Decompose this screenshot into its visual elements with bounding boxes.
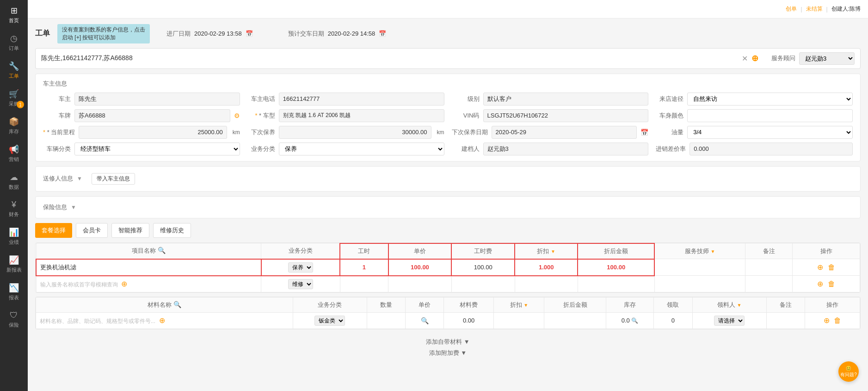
picker-sort-icon[interactable]: ▼ bbox=[737, 303, 742, 308]
sidebar-item-finance[interactable]: ¥ 财务 bbox=[0, 194, 28, 222]
material-name-search-icon[interactable]: 🔍 bbox=[173, 301, 181, 308]
sidebar-item-workorder[interactable]: 🔧 工单 bbox=[0, 56, 28, 83]
material-row1-delete-icon[interactable]: 🗑 bbox=[834, 317, 841, 324]
performance-icon: 📊 bbox=[9, 227, 19, 237]
service-row1-business-select[interactable]: 保养 bbox=[288, 262, 313, 273]
material-unit-price-search-icon[interactable]: 🔍 bbox=[421, 317, 429, 324]
technician-sort-icon[interactable]: ▼ bbox=[711, 249, 715, 254]
plate-gear-icon[interactable]: ⚙ bbox=[234, 112, 240, 119]
service-table: 项目名称 🔍 业务分类 工时 单价 工时费 折扣 ▼ 折后金额 bbox=[36, 243, 860, 292]
color-field: 车身颜色 bbox=[656, 109, 853, 122]
next-service-date-calendar-icon[interactable]: 📅 bbox=[640, 129, 648, 136]
service-row2-more-icon[interactable]: ⊕ bbox=[817, 280, 823, 288]
service-advisor-select[interactable]: 赵元勋3 bbox=[799, 52, 855, 65]
help-button[interactable]: 😊 有问题? bbox=[838, 361, 859, 382]
sidebar-item-orders[interactable]: ◷ 订单 bbox=[0, 28, 28, 56]
member-button[interactable]: 会员卡 bbox=[76, 223, 108, 238]
sidebar-item-workorder-label: 工单 bbox=[9, 73, 19, 80]
material-row1-picker-select[interactable]: 请选择 bbox=[714, 316, 745, 326]
insurance-section: 保险信息 ▼ bbox=[35, 196, 861, 218]
finance-icon: ¥ bbox=[12, 200, 16, 210]
workorder-icon: 🔧 bbox=[9, 61, 19, 71]
insurance-toggle[interactable]: 保险信息 ▼ bbox=[43, 199, 853, 215]
vehicle-info-section: 车主信息 车主 陈先生 车主电话 16621142777 级别 默认客户 来店途… bbox=[35, 74, 861, 161]
service-col-unit-price: 单价 bbox=[388, 243, 452, 259]
add-material-link[interactable]: 添加自带材料 ▼ bbox=[426, 338, 469, 346]
create-link[interactable]: 创单 bbox=[786, 5, 797, 13]
service-col-technician: 服务技师 ▼ bbox=[654, 243, 745, 259]
material-row1-discount bbox=[494, 312, 544, 329]
sidebar-item-purchase[interactable]: 🛒 采购 bbox=[0, 83, 28, 111]
material-col-unit-price: 单价 bbox=[406, 297, 444, 312]
service-col-operation: 操作 bbox=[793, 243, 860, 259]
service-row2-add-icon[interactable]: ⊕ bbox=[121, 280, 127, 288]
oil-field: 油量 3/4 bbox=[656, 126, 853, 139]
sidebar-item-home[interactable]: ⊞ 首页 bbox=[0, 0, 28, 28]
package-button[interactable]: 套餐选择 bbox=[35, 223, 72, 238]
material-discount-sort-icon[interactable]: ▼ bbox=[523, 303, 528, 308]
material-row1-add-icon[interactable]: ⊕ bbox=[159, 317, 165, 324]
service-row-2: 输入服务名称或首字母模糊查询 ⊕ 维修 bbox=[36, 276, 860, 292]
material-col-remark: 备注 bbox=[766, 297, 805, 312]
newreport-icon: 📈 bbox=[9, 255, 19, 265]
material-col-operation: 操作 bbox=[805, 297, 860, 312]
sidebar-item-inventory[interactable]: 📦 库存 1 bbox=[0, 111, 28, 139]
service-row2-delete-icon[interactable]: 🗑 bbox=[828, 280, 835, 288]
customer-add-icon[interactable]: ⊕ bbox=[751, 53, 758, 63]
material-col-stock: 库存 bbox=[606, 297, 654, 312]
service-table-section: 项目名称 🔍 业务分类 工时 单价 工时费 折扣 ▼ 折后金额 bbox=[35, 242, 861, 293]
customer-clear-icon[interactable]: ✕ bbox=[742, 54, 748, 63]
phone-field: 车主电话 16621142777 bbox=[247, 93, 444, 106]
service-row2-discounted bbox=[578, 276, 654, 292]
discount-sort-icon[interactable]: ▼ bbox=[551, 249, 555, 254]
sidebar-item-newreport[interactable]: 📈 新报表 bbox=[0, 249, 28, 277]
vin-value: LSGJT52U67H106722 bbox=[483, 109, 649, 122]
owner-field: 车主 陈先生 bbox=[43, 93, 240, 106]
service-row2-technician bbox=[654, 276, 745, 292]
service-row1-remark bbox=[745, 259, 793, 276]
content-area: 工单 没有查案到数系的客户信息，点击 启动 [+] 按钮可以添加 进厂日期 20… bbox=[28, 19, 868, 391]
visit-select[interactable]: 自然来访 bbox=[687, 93, 853, 106]
material-row1-business-select[interactable]: 钣金类 bbox=[314, 316, 345, 326]
customer-input[interactable] bbox=[41, 55, 738, 62]
service-row1-hours: 1 bbox=[340, 259, 388, 276]
service-row1-more-icon[interactable]: ⊕ bbox=[817, 263, 823, 271]
sidebar-item-performance[interactable]: 📊 业绩 bbox=[0, 222, 28, 249]
category-select[interactable]: 经济型轿车 bbox=[74, 143, 240, 155]
material-stock-search-icon[interactable]: 🔍 bbox=[631, 317, 638, 324]
inventory-icon: 📦 bbox=[9, 117, 19, 127]
delivery-date-calendar-icon[interactable]: 📅 bbox=[379, 30, 386, 37]
smart-recommend-button[interactable]: 智能推荐 bbox=[111, 223, 149, 238]
sidebar-item-insurance[interactable]: 🛡 保险 bbox=[0, 305, 28, 332]
sender-info-toggle[interactable]: 送修人信息 ▼ 带入车主信息 bbox=[43, 169, 853, 188]
sidebar-item-data[interactable]: ☁ 数据 bbox=[0, 167, 28, 194]
material-row1-qty bbox=[367, 312, 405, 329]
service-col-name: 项目名称 🔍 bbox=[36, 243, 261, 259]
entry-date-calendar-icon[interactable]: 📅 bbox=[246, 30, 253, 37]
service-name-search-icon[interactable]: 🔍 bbox=[158, 247, 166, 254]
sidebar-item-orders-label: 订单 bbox=[9, 45, 19, 52]
material-row-1: 材料名称、品牌、助记码、规格型号或零件号... ⊕ 钣金类 🔍 0.0 bbox=[36, 312, 860, 329]
sidebar-item-marketing[interactable]: 📢 营销 bbox=[0, 139, 28, 167]
car-type-value: 别克 凯越 1.6 AT 2006 凯越 bbox=[279, 109, 444, 122]
load-owner-button[interactable]: 带入车主信息 bbox=[92, 173, 135, 185]
sidebar-item-inventory-label: 库存 bbox=[9, 128, 19, 135]
oil-select[interactable]: 3/4 bbox=[687, 126, 853, 139]
category-field: 车辆分类 经济型轿车 bbox=[43, 143, 240, 155]
service-row1-technician bbox=[654, 259, 745, 276]
repair-history-button[interactable]: 维修历史 bbox=[153, 223, 191, 238]
unsettled-link[interactable]: 未结算 bbox=[806, 5, 823, 13]
service-row1-delete-icon[interactable]: 🗑 bbox=[828, 263, 835, 271]
visit-field: 来店途径 自然来访 bbox=[656, 93, 853, 106]
material-row1-more-icon[interactable]: ⊕ bbox=[824, 317, 830, 324]
delivery-date-section: 预计交车日期 2020-02-29 14:58 📅 bbox=[288, 30, 387, 38]
service-row2-business-select[interactable]: 维修 bbox=[288, 279, 313, 289]
add-surcharge-link[interactable]: 添加附加费 ▼ bbox=[429, 349, 467, 357]
marketing-icon: 📢 bbox=[9, 144, 19, 155]
sidebar-item-report[interactable]: 📉 报表 bbox=[0, 277, 28, 305]
business-type-select[interactable]: 保养 bbox=[279, 143, 444, 155]
service-row1-labor-fee: 100.00 bbox=[451, 259, 515, 276]
orders-icon: ◷ bbox=[10, 33, 18, 43]
material-row1-discounted bbox=[544, 312, 606, 329]
customer-tooltip: 没有查案到数系的客户信息，点击 启动 [+] 按钮可以添加 bbox=[57, 24, 150, 43]
